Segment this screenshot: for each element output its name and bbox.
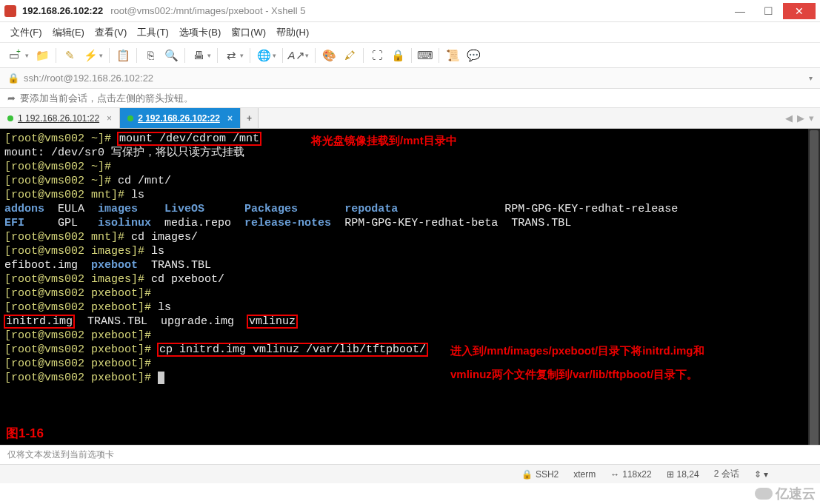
menu-window[interactable]: 窗口(W)	[231, 26, 266, 39]
color-icon[interactable]: 🎨	[320, 47, 338, 64]
disconnect-icon[interactable]: ⚡	[81, 47, 99, 64]
search-icon[interactable]: 🔍	[162, 47, 180, 64]
reconnect-icon[interactable]: ✎	[61, 47, 79, 64]
file-vmlinuz: vmlinuz	[247, 315, 297, 328]
hint-arrow-icon[interactable]: ➦	[7, 93, 16, 104]
cloud-icon	[755, 488, 773, 500]
print-icon[interactable]: 🖶	[190, 47, 207, 64]
properties-icon[interactable]: 📋	[114, 47, 132, 64]
close-button[interactable]: ✕	[783, 3, 816, 19]
tab-row: 1 192.168.26.101:22 × 2 192.168.26.102:2…	[0, 108, 820, 129]
annotation-mount: 将光盘镜像挂载到/mnt目录中	[311, 133, 457, 147]
terminal[interactable]: [root@vms002 ~]# mount /dev/cdrom /mnt 将…	[0, 129, 820, 445]
annotation-cp-line2: vmlinuz两个文件复制到/var/lib/tftpboot/目录下。	[450, 367, 698, 381]
menu-file[interactable]: 文件(F)	[10, 26, 42, 39]
transfer-icon[interactable]: ⇄	[222, 47, 240, 64]
copy-icon[interactable]: ⎘	[141, 47, 159, 64]
toolbar: ▭+▾ 📁 ✎ ⚡▾ 📋 ⎘ 🔍 🖶▾ ⇄▾ 🌐▾ A↗▾ 🎨 🖍 ⛶ 🔒 ⌨ …	[0, 43, 820, 68]
watermark: 亿速云	[755, 485, 816, 503]
status-updown-icon[interactable]: ⇕ ▾	[754, 469, 768, 480]
terminal-cursor	[158, 372, 164, 384]
status-bar: 🔒SSH2 xterm ↔118x22 ⊞18,24 2 会话 ⇕ ▾	[0, 464, 820, 483]
globe-icon[interactable]: 🌐	[255, 47, 273, 64]
status-term: xterm	[573, 469, 596, 480]
file-initrd: initrd.img	[4, 315, 74, 328]
menu-tab[interactable]: 选项卡(B)	[179, 26, 221, 39]
tab-1-label: 1 192.168.26.101:22	[18, 113, 99, 124]
chat-icon[interactable]: 💬	[464, 47, 482, 64]
tab-menu-icon[interactable]: ▾	[809, 112, 814, 124]
lock-small-icon: 🔒	[7, 73, 19, 84]
tab-session-2[interactable]: 2 192.168.26.102:22 ×	[120, 108, 241, 128]
keyboard-icon[interactable]: ⌨	[416, 47, 434, 64]
status-proto: 🔒SSH2	[521, 469, 559, 480]
lock-icon[interactable]: 🔒	[389, 47, 407, 64]
send-mode-bar: 仅将文本发送到当前选项卡	[0, 445, 820, 464]
status-sessions: 2 会话	[714, 468, 739, 480]
tab-2-label: 2 192.168.26.102:22	[138, 113, 220, 124]
menu-edit[interactable]: 编辑(E)	[53, 26, 84, 39]
address-bar[interactable]: 🔒 ssh://root@192.168.26.102:22 ▾	[0, 68, 820, 89]
tab-add-button[interactable]: +	[241, 108, 259, 128]
title-ip: 192.168.26.102:22	[22, 5, 103, 16]
status-size: ↔118x22	[610, 469, 651, 480]
tab-2-close-icon[interactable]: ×	[227, 113, 233, 124]
status-dot-icon	[127, 115, 133, 121]
script-icon[interactable]: 📜	[444, 47, 461, 64]
address-dropdown-icon[interactable]: ▾	[809, 74, 813, 82]
status-pos: ⊞18,24	[667, 469, 699, 480]
cmd-mount: mount /dev/cdrom /mnt	[118, 132, 261, 145]
title-bar: 192.168.26.102:22 root@vms002:/mnt/image…	[0, 0, 820, 22]
tab-1-close-icon[interactable]: ×	[107, 113, 112, 124]
highlight-icon[interactable]: 🖍	[341, 47, 359, 64]
app-icon	[4, 5, 16, 17]
menu-bar: 文件(F) 编辑(E) 查看(V) 工具(T) 选项卡(B) 窗口(W) 帮助(…	[0, 22, 820, 43]
status-dot-icon	[7, 115, 13, 121]
address-url: ssh://root@192.168.26.102:22	[24, 73, 153, 84]
fullscreen-icon[interactable]: ⛶	[368, 47, 386, 64]
menu-tools[interactable]: 工具(T)	[137, 26, 169, 39]
title-path: root@vms002:/mnt/images/pxeboot - Xshell…	[110, 5, 305, 16]
cmd-cp: cp initrd.img vmlinuz /var/lib/tftpboot/	[158, 343, 427, 356]
annotation-cp-line1: 进入到/mnt/images/pxeboot/目录下将initrd.img和	[450, 343, 704, 357]
menu-help[interactable]: 帮助(H)	[276, 26, 309, 39]
font-icon[interactable]: A↗	[287, 47, 305, 64]
open-icon[interactable]: 📁	[33, 47, 51, 64]
tab-next-icon[interactable]: ▶	[797, 112, 804, 124]
send-mode-text: 仅将文本发送到当前选项卡	[7, 448, 114, 461]
tab-prev-icon[interactable]: ◀	[785, 112, 793, 124]
tab-session-1[interactable]: 1 192.168.26.101:22 ×	[0, 108, 120, 128]
hint-text: 要添加当前会话，点击左侧的箭头按钮。	[20, 92, 193, 105]
maximize-button[interactable]: ☐	[755, 3, 781, 19]
new-session-icon[interactable]: ▭+	[7, 47, 25, 64]
hint-bar: ➦ 要添加当前会话，点击左侧的箭头按钮。	[0, 89, 820, 108]
minimize-button[interactable]: —	[727, 3, 753, 19]
menu-view[interactable]: 查看(V)	[95, 26, 127, 39]
tab-nav: ◀ ▶ ▾	[779, 108, 820, 128]
figure-label: 图1-16	[6, 426, 44, 440]
terminal-scrollbar[interactable]	[808, 129, 820, 445]
